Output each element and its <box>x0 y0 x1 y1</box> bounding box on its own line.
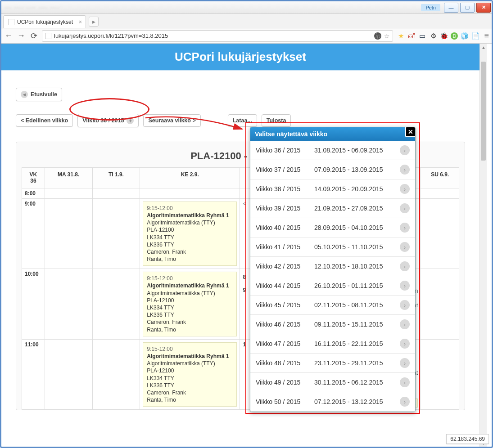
chevron-right-icon: › <box>400 319 410 329</box>
day-header: KE 2.9. <box>140 168 240 188</box>
week-option-range: 07.09.2015 - 13.09.2015 <box>314 166 400 173</box>
week-option[interactable]: Viikko 39 / 201521.09.2015 - 27.09.2015› <box>250 199 415 218</box>
prev-week-button[interactable]: < Edellinen viikko <box>16 114 73 127</box>
week-option[interactable]: Viikko 47 / 201516.11.2015 - 22.11.2015› <box>250 334 415 354</box>
forward-button[interactable]: → <box>17 31 26 40</box>
week-option[interactable]: Viikko 48 / 201523.11.2015 - 29.11.2015› <box>250 354 415 373</box>
chevron-right-icon: › <box>400 145 410 155</box>
chevron-right-icon: › <box>400 165 410 175</box>
extension-icon-1[interactable]: 🛋 <box>407 32 416 40</box>
event-line: Ranta, Timo <box>147 255 233 263</box>
titlebar-blur-text: ··· ···· ···· ···· ···· <box>5 4 60 11</box>
week-option-label: Viikko 46 / 2015 <box>256 321 314 328</box>
maximize-button[interactable]: ▢ <box>460 3 475 13</box>
week-option-label: Viikko 44 / 2015 <box>256 282 314 289</box>
week-option[interactable]: Viikko 42 / 201512.10.2015 - 18.10.2015› <box>250 257 415 276</box>
ip-extension-icon[interactable]: ip <box>374 32 381 40</box>
home-button-label: Etusivulle <box>31 91 57 98</box>
favicon-icon <box>8 19 14 25</box>
url-bar: ← → ⟳ ip ☆ ★ 🛋 ▭ ⚙ 🐞 D 🧊 📄 ≡ <box>1 28 492 44</box>
hamburger-menu-icon[interactable]: ≡ <box>484 31 489 40</box>
schedule-event[interactable]: 9:15-12:00 Algoritmimatematiikka Ryhmä 1… <box>143 342 237 407</box>
extension-icon-6[interactable]: 📄 <box>471 32 479 40</box>
back-button[interactable]: ← <box>4 31 13 40</box>
week-selector-button[interactable]: Viikko 36 / 2015 + <box>77 114 139 127</box>
new-tab-button[interactable]: ▸ <box>89 17 99 27</box>
schedule-event[interactable]: 9:15-12:00 Algoritmimatematiikka Ryhmä 1… <box>143 272 237 336</box>
event-line: Cameron, Frank <box>147 389 233 396</box>
bookmark-star-icon[interactable]: ☆ <box>384 32 390 40</box>
time-cell: 8:00 <box>22 188 45 198</box>
close-button[interactable]: ✕ <box>476 3 491 13</box>
event-line: Algoritmimatematiikka (TTY) <box>147 219 233 226</box>
week-option-label: Viikko 41 / 2015 <box>256 243 314 251</box>
week-option-range: 23.11.2015 - 29.11.2015 <box>314 359 400 367</box>
week-option-range: 12.10.2015 - 18.10.2015 <box>314 263 400 270</box>
week-option[interactable]: Viikko 41 / 201505.10.2015 - 11.10.2015› <box>250 237 415 257</box>
status-ip: 62.183.245.69 <box>446 434 489 444</box>
event-title: Algoritmimatematiikka Ryhmä 1 <box>147 353 233 360</box>
popup-close-button[interactable]: ✕ <box>405 127 416 137</box>
url-input[interactable] <box>54 32 374 39</box>
event-line: PLA-12100 <box>147 367 233 374</box>
favorites-icon[interactable]: ★ <box>397 32 405 40</box>
week-option-label: Viikko 36 / 2015 <box>256 147 314 154</box>
next-week-button[interactable]: Seuraava viikko > <box>143 114 200 127</box>
week-option[interactable]: Viikko 50 / 201507.12.2015 - 13.12.2015› <box>250 392 415 412</box>
event-line: Cameron, Frank <box>147 248 233 255</box>
chevron-right-icon: › <box>400 242 410 252</box>
schedule-event[interactable]: 9:15-12:00 Algoritmimatematiikka Ryhmä 1… <box>143 202 237 266</box>
week-option[interactable]: Viikko 46 / 201509.11.2015 - 15.11.2015› <box>250 315 415 334</box>
minimize-button[interactable]: — <box>444 3 458 13</box>
user-badge[interactable]: Petri <box>421 4 440 11</box>
time-cell: 11:00 <box>22 339 45 410</box>
tab-close-icon[interactable]: × <box>79 19 82 25</box>
week-selector-label: Viikko 36 / 2015 <box>82 117 124 124</box>
week-option-label: Viikko 48 / 2015 <box>256 359 314 367</box>
reload-button[interactable]: ⟳ <box>29 31 38 41</box>
week-option[interactable]: Viikko 45 / 201502.11.2015 - 08.11.2015› <box>250 296 415 315</box>
week-option-range: 31.08.2015 - 06.09.2015 <box>314 147 400 154</box>
settings-gear-icon[interactable]: ⚙ <box>429 32 437 40</box>
extension-icon-3[interactable]: 🐞 <box>440 32 448 40</box>
week-option[interactable]: Viikko 38 / 201514.09.2015 - 20.09.2015› <box>250 179 415 199</box>
extension-icon-2[interactable]: ▭ <box>418 32 426 40</box>
event-time: 9:15-12:00 <box>147 205 233 212</box>
next-week-label: Seuraava viikko > <box>148 117 195 124</box>
event-line: LK334 TTY <box>147 304 233 311</box>
week-option-label: Viikko 39 / 2015 <box>256 205 314 212</box>
week-option-range: 21.09.2015 - 27.09.2015 <box>314 205 400 212</box>
extension-icon-5[interactable]: 🧊 <box>461 32 469 40</box>
week-option-label: Viikko 42 / 2015 <box>256 263 314 270</box>
scrollbar[interactable]: ▲ ▼ <box>479 44 487 447</box>
browser-tab[interactable]: UCPori lukujärjestykset × <box>3 15 86 28</box>
week-option[interactable]: Viikko 37 / 201507.09.2015 - 13.09.2015› <box>250 160 415 179</box>
chevron-right-icon: › <box>400 397 410 407</box>
week-option[interactable]: Viikko 36 / 201531.08.2015 - 06.09.2015› <box>250 141 415 160</box>
scroll-up-icon[interactable]: ▲ <box>480 44 487 51</box>
event-line: LK334 TTY <box>147 234 233 241</box>
address-bar[interactable]: ip ☆ <box>42 30 393 42</box>
week-option-range: 14.09.2015 - 20.09.2015 <box>314 185 400 193</box>
week-option-label: Viikko 49 / 2015 <box>256 379 314 386</box>
chevron-right-icon: › <box>400 223 410 233</box>
week-option[interactable]: Viikko 49 / 201530.11.2015 - 06.12.2015› <box>250 373 415 392</box>
event-line: LK336 TTY <box>147 382 233 389</box>
chevron-right-icon: › <box>400 261 410 271</box>
page-title: UCPori lukujärjestykset <box>1 44 479 71</box>
home-button[interactable]: ◄ Etusivulle <box>16 88 62 101</box>
event-time: 9:15-12:00 <box>147 345 233 353</box>
week-option-label: Viikko 50 / 2015 <box>256 398 314 405</box>
extension-icon-4[interactable]: D <box>451 32 458 40</box>
back-arrow-icon: ◄ <box>21 91 28 98</box>
scroll-thumb[interactable] <box>481 62 486 161</box>
chevron-right-icon: › <box>400 377 410 387</box>
chevron-right-icon: › <box>400 339 410 349</box>
week-option-label: Viikko 40 / 2015 <box>256 224 314 231</box>
day-header: MA 31.8. <box>45 168 92 188</box>
event-title: Algoritmimatematiikka Ryhmä 1 <box>147 282 233 289</box>
week-option[interactable]: Viikko 44 / 201526.10.2015 - 01.11.2015› <box>250 276 415 296</box>
week-option-range: 05.10.2015 - 11.10.2015 <box>314 243 400 251</box>
chevron-right-icon: › <box>400 300 410 310</box>
week-option[interactable]: Viikko 40 / 201528.09.2015 - 04.10.2015› <box>250 218 415 237</box>
